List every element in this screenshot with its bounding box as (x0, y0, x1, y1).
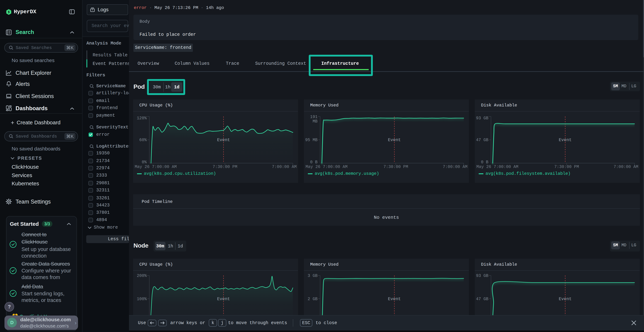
svg-text:Event: Event (559, 296, 572, 302)
svg-text:Event: Event (217, 296, 230, 302)
svg-text:0%: 0% (142, 160, 147, 164)
svg-text:3 GB: 3 GB (308, 274, 318, 278)
svg-text:7:30:00 PM: 7:30:00 PM (554, 164, 579, 169)
svg-text:7:30:00 PM: 7:30:00 PM (212, 164, 237, 169)
svg-text:7:00:00 AM: 7:00:00 AM (614, 164, 638, 169)
svg-text:7:00:00 AM: 7:00:00 AM (443, 164, 468, 169)
svg-text:May 26 7:00:00 AM: May 26 7:00:00 AM (476, 164, 518, 169)
svg-text:MB: MB (312, 119, 318, 124)
svg-text:0 B: 0 B (481, 160, 488, 164)
svg-text:Event: Event (388, 296, 401, 302)
svg-text:Event: Event (217, 138, 230, 142)
svg-text:47 GB: 47 GB (476, 297, 488, 302)
svg-text:7:30:00 PM: 7:30:00 PM (383, 164, 408, 169)
svg-text:93 GB: 93 GB (476, 116, 488, 120)
svg-text:200%: 200% (137, 274, 147, 278)
svg-text:93 GB: 93 GB (476, 274, 488, 278)
svg-text:0 B: 0 B (310, 160, 318, 164)
svg-text:2 GB: 2 GB (308, 297, 318, 302)
svg-text:60%: 60% (139, 138, 147, 142)
svg-text:191: 191 (310, 115, 318, 119)
svg-text:May 26 7:00:00 AM: May 26 7:00:00 AM (306, 164, 348, 169)
svg-text:100%: 100% (137, 297, 147, 302)
svg-text:47 GB: 47 GB (476, 138, 488, 142)
svg-text:7:00:00 AM: 7:00:00 AM (272, 164, 296, 169)
svg-text:May 26 7:00:00 AM: May 26 7:00:00 AM (135, 164, 177, 169)
svg-text:95 MB: 95 MB (305, 138, 318, 142)
svg-text:120%: 120% (137, 116, 147, 120)
svg-text:Event: Event (388, 138, 401, 142)
svg-text:Event: Event (559, 138, 572, 142)
